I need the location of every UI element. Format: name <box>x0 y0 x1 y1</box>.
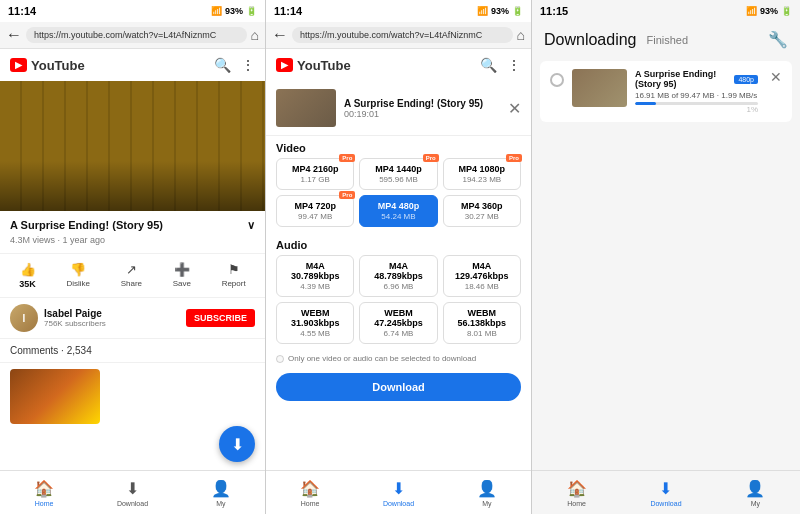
audio-format-grid: M4A 30.789kbps 4.39 MB M4A 48.789kbps 6.… <box>266 255 531 350</box>
more-icon-1[interactable]: ⋮ <box>241 57 255 73</box>
url-input-1[interactable] <box>26 27 247 43</box>
floating-download-button[interactable]: ⬇ <box>219 426 255 462</box>
home-icon-1[interactable]: ⌂ <box>251 27 259 43</box>
dl-name-row: A Surprise Ending! (Story 95) 480p <box>635 69 758 89</box>
home-icon-2[interactable]: ⌂ <box>517 27 525 43</box>
save-label: Save <box>173 279 191 288</box>
home-nav-icon-1: 🏠 <box>34 479 54 498</box>
back-button-1[interactable]: ← <box>6 26 22 44</box>
save-icon: ➕ <box>174 262 190 277</box>
section-video-label: Video <box>266 136 531 158</box>
download-nav-icon-2: ⬇ <box>392 479 405 498</box>
audio-name-0: M4A 30.789kbps <box>281 261 349 281</box>
status-bar-2: 11:14 📶 93% 🔋 <box>266 0 531 22</box>
my-nav-label-3: My <box>751 500 760 507</box>
bottom-nav-1: 🏠 Home ⬇ Download 👤 My <box>0 470 265 514</box>
close-format-button[interactable]: ✕ <box>508 99 521 118</box>
address-bar-2: ← ⌂ <box>266 22 531 49</box>
download-button-2[interactable]: Download <box>276 373 521 401</box>
dl-close-button[interactable]: ✕ <box>770 69 782 85</box>
nav-my-2[interactable]: 👤 My <box>443 471 531 514</box>
share-button[interactable]: ↗ Share <box>121 262 142 289</box>
only-one-radio <box>276 355 284 363</box>
save-button[interactable]: ➕ Save <box>173 262 191 289</box>
format-name-2160: MP4 2160p <box>281 164 349 174</box>
format-name-1440: MP4 1440p <box>364 164 432 174</box>
channel-name-1: Isabel Paige <box>44 308 186 319</box>
comments-row-1[interactable]: Comments · 2,534 <box>0 339 265 363</box>
audio-size-3: 4.55 MB <box>281 329 349 338</box>
download-item: A Surprise Ending! (Story 95) 480p 16.91… <box>540 61 792 122</box>
nav-download-2[interactable]: ⬇ Download <box>354 471 442 514</box>
settings-icon[interactable]: 🔧 <box>768 30 788 49</box>
dislike-button[interactable]: 👎 Dislike <box>67 262 91 289</box>
dl-item-radio[interactable] <box>550 73 564 87</box>
video-thumbnail-1 <box>0 81 265 211</box>
yt-logo-text: YouTube <box>31 58 85 73</box>
nav-download-1[interactable]: ⬇ Download <box>88 471 176 514</box>
like-button[interactable]: 👍 35K <box>19 262 36 289</box>
nav-home-2[interactable]: 🏠 Home <box>266 471 354 514</box>
home-nav-icon-2: 🏠 <box>300 479 320 498</box>
home-nav-icon-3: 🏠 <box>567 479 587 498</box>
dislike-label: Dislike <box>67 279 91 288</box>
nav-home-1[interactable]: 🏠 Home <box>0 471 88 514</box>
dl-progress-bar <box>635 102 758 105</box>
format-size-360: 30.27 MB <box>448 212 516 221</box>
audio-size-5: 8.01 MB <box>448 329 516 338</box>
subscribe-button-1[interactable]: SUBSCRIBE <box>186 309 255 327</box>
format-name-720: MP4 720p <box>281 201 349 211</box>
search-icon-1[interactable]: 🔍 <box>214 57 231 73</box>
audio-size-1: 6.96 MB <box>364 282 432 291</box>
related-row-1 <box>0 363 265 430</box>
yt-header-1: ▶ YouTube 🔍 ⋮ <box>0 49 265 81</box>
audio-size-0: 4.39 MB <box>281 282 349 291</box>
more-icon-2[interactable]: ⋮ <box>507 57 521 73</box>
dislike-icon: 👎 <box>70 262 86 277</box>
format-m4a-30[interactable]: M4A 30.789kbps 4.39 MB <box>276 255 354 297</box>
battery-icon: 🔋 <box>246 6 257 16</box>
format-mp4-1440p[interactable]: Pro MP4 1440p 595.96 MB <box>359 158 437 190</box>
dl-quality-badge: 480p <box>734 75 758 84</box>
download-title: Downloading <box>544 31 637 49</box>
back-button-2[interactable]: ← <box>272 26 288 44</box>
format-m4a-129[interactable]: M4A 129.476kbps 18.46 MB <box>443 255 521 297</box>
audio-name-5: WEBM 56.138kbps <box>448 308 516 328</box>
format-m4a-48[interactable]: M4A 48.789kbps 6.96 MB <box>359 255 437 297</box>
mini-video-label: A Surprise Ending! (Story 95) <box>344 98 483 109</box>
format-webm-47[interactable]: WEBM 47.245kbps 6.74 MB <box>359 302 437 344</box>
nav-my-1[interactable]: 👤 My <box>177 471 265 514</box>
nav-home-3[interactable]: 🏠 Home <box>532 471 621 514</box>
battery-icon-3: 🔋 <box>781 6 792 16</box>
format-mp4-360p[interactable]: MP4 360p 30.27 MB <box>443 195 521 227</box>
status-bar-3: 11:15 📶 93% 🔋 <box>532 0 800 22</box>
yt-logo-2: ▶ YouTube <box>276 58 351 73</box>
report-label: Report <box>222 279 246 288</box>
format-mp4-720p[interactable]: Pro MP4 720p 99.47 MB <box>276 195 354 227</box>
bottom-nav-3: 🏠 Home ⬇ Download 👤 My <box>532 470 800 514</box>
audio-size-4: 6.74 MB <box>364 329 432 338</box>
channel-avatar-1: I <box>10 304 38 332</box>
yt-header-icons-2: 🔍 ⋮ <box>480 57 521 73</box>
yt-logo-text-2: YouTube <box>297 58 351 73</box>
report-button[interactable]: ⚑ Report <box>222 262 246 289</box>
url-input-2[interactable] <box>292 27 513 43</box>
nav-download-3[interactable]: ⬇ Download <box>621 471 710 514</box>
pro-badge-1080: Pro <box>506 154 522 162</box>
format-webm-56[interactable]: WEBM 56.138kbps 8.01 MB <box>443 302 521 344</box>
format-mp4-1080p[interactable]: Pro MP4 1080p 194.23 MB <box>443 158 521 190</box>
search-icon-2[interactable]: 🔍 <box>480 57 497 73</box>
format-mp4-2160p[interactable]: Pro MP4 2160p 1.17 GB <box>276 158 354 190</box>
format-size-1440: 595.96 MB <box>364 175 432 184</box>
format-mp4-480p[interactable]: MP4 480p 54.24 MB <box>359 195 437 227</box>
download-nav-label-3: Download <box>650 500 681 507</box>
expand-icon[interactable]: ∨ <box>247 219 255 232</box>
nav-my-3[interactable]: 👤 My <box>711 471 800 514</box>
format-webm-31[interactable]: WEBM 31.903kbps 4.55 MB <box>276 302 354 344</box>
audio-name-1: M4A 48.789kbps <box>364 261 432 281</box>
time-2: 11:14 <box>274 5 302 17</box>
status-bar-1: 11:14 📶 93% 🔋 <box>0 0 265 22</box>
video-title-text: A Surprise Ending! (Story 95) <box>10 219 163 231</box>
format-name-1080: MP4 1080p <box>448 164 516 174</box>
signal-icon-2: 📶 <box>477 6 488 16</box>
